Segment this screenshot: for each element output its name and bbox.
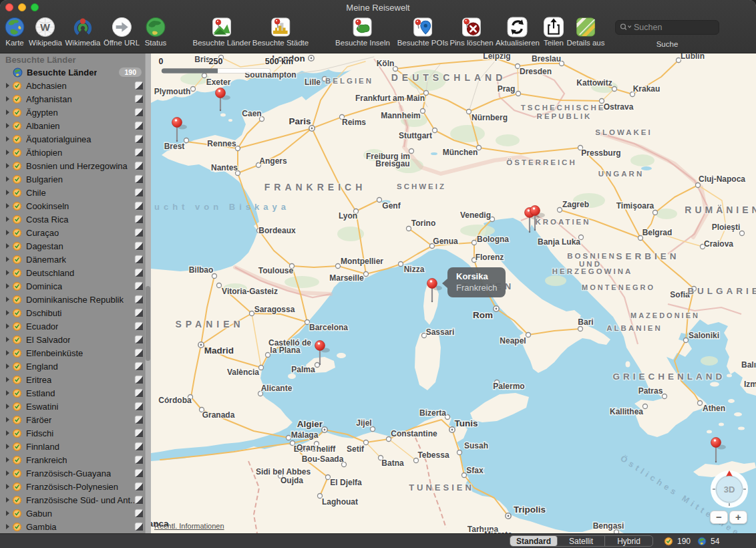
edit-note-icon[interactable]: [134, 148, 144, 157]
close-button[interactable]: [5, 3, 13, 11]
disclosure-triangle-icon[interactable]: [6, 110, 9, 115]
disclosure-triangle-icon[interactable]: [6, 190, 9, 195]
edit-note-icon[interactable]: [134, 415, 144, 424]
disclosure-triangle-icon[interactable]: [6, 163, 9, 168]
edit-note-icon[interactable]: [134, 495, 144, 505]
edit-note-icon[interactable]: [134, 174, 144, 184]
disclosure-triangle-icon[interactable]: [6, 283, 9, 289]
disclosure-triangle-icon[interactable]: [6, 377, 9, 382]
disclosure-triangle-icon[interactable]: [6, 323, 9, 329]
sidebar-item-country[interactable]: Eswatini: [0, 400, 151, 413]
disclosure-triangle-icon[interactable]: [6, 484, 9, 489]
disclosure-triangle-icon[interactable]: [6, 457, 9, 462]
disclosure-triangle-icon[interactable]: [6, 511, 9, 516]
sidebar-item-country[interactable]: Ägypten: [0, 106, 151, 119]
zoom-button[interactable]: [31, 3, 39, 11]
toolbar-button-karte[interactable]: Karte: [4, 16, 26, 47]
disclosure-triangle-icon[interactable]: [6, 390, 9, 396]
disclosure-triangle-icon[interactable]: [6, 96, 9, 102]
toolbar-button-details-aus[interactable]: Details aus: [567, 16, 605, 47]
segment-standard[interactable]: Standard: [510, 536, 558, 546]
edit-note-icon[interactable]: [134, 455, 144, 464]
edit-note-icon[interactable]: [134, 509, 144, 518]
search-field[interactable]: [615, 20, 719, 35]
edit-note-icon[interactable]: [134, 362, 144, 371]
sidebar-item-country[interactable]: Äthiopien: [0, 146, 151, 159]
edit-note-icon[interactable]: [134, 402, 144, 411]
edit-note-icon[interactable]: [134, 522, 144, 531]
segment-hybrid[interactable]: Hybrid: [605, 536, 652, 546]
disclosure-triangle-icon[interactable]: [6, 404, 9, 409]
sidebar-item-country[interactable]: Chile: [0, 186, 151, 199]
edit-note-icon[interactable]: [134, 428, 144, 438]
toolbar-button-besuchte-pois[interactable]: Besuchte POIs: [397, 16, 449, 47]
disclosure-triangle-icon[interactable]: [6, 444, 9, 449]
disclosure-triangle-icon[interactable]: [6, 524, 9, 529]
disclosure-triangle-icon[interactable]: [6, 430, 9, 436]
disclosure-triangle-icon[interactable]: [6, 176, 9, 182]
sidebar-item-country[interactable]: England: [0, 360, 151, 373]
sidebar-item-country[interactable]: Albanien: [0, 119, 151, 132]
toolbar-button-aktualisieren[interactable]: Aktualisieren: [496, 16, 540, 47]
sidebar-item-country[interactable]: Bulgarien: [0, 172, 151, 186]
edit-note-icon[interactable]: [134, 108, 144, 117]
scrollbar-thumb[interactable]: [146, 286, 150, 361]
sidebar-item-country[interactable]: Fidschi: [0, 426, 151, 440]
disclosure-triangle-icon[interactable]: [6, 83, 9, 88]
disclosure-triangle-icon[interactable]: [6, 270, 9, 275]
edit-note-icon[interactable]: [134, 442, 144, 451]
disclosure-triangle-icon[interactable]: [6, 297, 9, 302]
disclosure-triangle-icon[interactable]: [6, 257, 9, 262]
sidebar-item-country[interactable]: Finnland: [0, 440, 151, 453]
sidebar-item-country[interactable]: Französisch-Polynesien: [0, 480, 151, 493]
edit-note-icon[interactable]: [134, 94, 144, 104]
edit-note-icon[interactable]: [134, 228, 144, 237]
sidebar-item-country[interactable]: Gambia: [0, 520, 151, 533]
sidebar-item-country[interactable]: Eritrea: [0, 373, 151, 386]
sidebar-item-country[interactable]: El Salvador: [0, 333, 151, 346]
search-input[interactable]: [632, 22, 715, 33]
edit-note-icon[interactable]: [134, 388, 144, 398]
sidebar-item-country[interactable]: Äquatorialguinea: [0, 132, 151, 146]
sidebar-item-country[interactable]: Gabun: [0, 507, 151, 520]
compass-3d-control[interactable]: 3D: [711, 470, 748, 508]
disclosure-triangle-icon[interactable]: [6, 497, 9, 503]
toolbar-button-oeffne-url[interactable]: Öffne URL: [104, 16, 140, 47]
disclosure-triangle-icon[interactable]: [6, 123, 9, 128]
sidebar-item-country[interactable]: Cookinseln: [0, 199, 151, 213]
sidebar-item-country[interactable]: Estland: [0, 386, 151, 400]
map-view[interactable]: ucht von BiskayaÖstliches Mittelmeer Ply…: [151, 53, 756, 533]
disclosure-triangle-icon[interactable]: [6, 364, 9, 369]
legal-info-link[interactable]: Rechtl. Informationen: [154, 522, 224, 530]
edit-note-icon[interactable]: [134, 241, 144, 251]
disclosure-triangle-icon[interactable]: [6, 337, 9, 342]
disclosure-triangle-icon[interactable]: [6, 217, 9, 222]
segment-satellit[interactable]: Satellit: [558, 536, 605, 546]
sidebar-item-country[interactable]: Afghanistan: [0, 92, 151, 106]
sidebar-item-country[interactable]: Abchasien: [0, 79, 151, 92]
sidebar-item-country[interactable]: Französische Süd- und Ant...: [0, 493, 151, 507]
edit-note-icon[interactable]: [134, 295, 144, 304]
edit-note-icon[interactable]: [134, 375, 144, 384]
edit-note-icon[interactable]: [134, 201, 144, 211]
edit-note-icon[interactable]: [134, 161, 144, 170]
sidebar-item-country[interactable]: Curaçao: [0, 226, 151, 239]
edit-note-icon[interactable]: [134, 255, 144, 264]
sidebar-item-country[interactable]: Dominikanische Republik: [0, 293, 151, 306]
edit-note-icon[interactable]: [134, 281, 144, 291]
edit-note-icon[interactable]: [134, 215, 144, 224]
disclosure-triangle-icon[interactable]: [6, 203, 9, 209]
sidebar-item-country[interactable]: Färöer: [0, 413, 151, 426]
edit-note-icon[interactable]: [134, 268, 144, 277]
sidebar-item-country[interactable]: Ecuador: [0, 319, 151, 333]
minimize-button[interactable]: [18, 3, 26, 11]
edit-note-icon[interactable]: [134, 482, 144, 491]
disclosure-triangle-icon[interactable]: [6, 136, 9, 142]
toolbar-button-status[interactable]: Status: [145, 16, 167, 47]
sidebar-item-country[interactable]: Französisch-Guayana: [0, 466, 151, 480]
toolbar-button-besuchte-laender[interactable]: Besuchte Länder: [193, 16, 251, 47]
sidebar-item-country[interactable]: Dagestan: [0, 239, 151, 253]
edit-note-icon[interactable]: [134, 121, 144, 130]
sidebar-item-country[interactable]: Bosnien und Herzegowina: [0, 159, 151, 172]
sidebar-item-country[interactable]: Dschibuti: [0, 306, 151, 319]
